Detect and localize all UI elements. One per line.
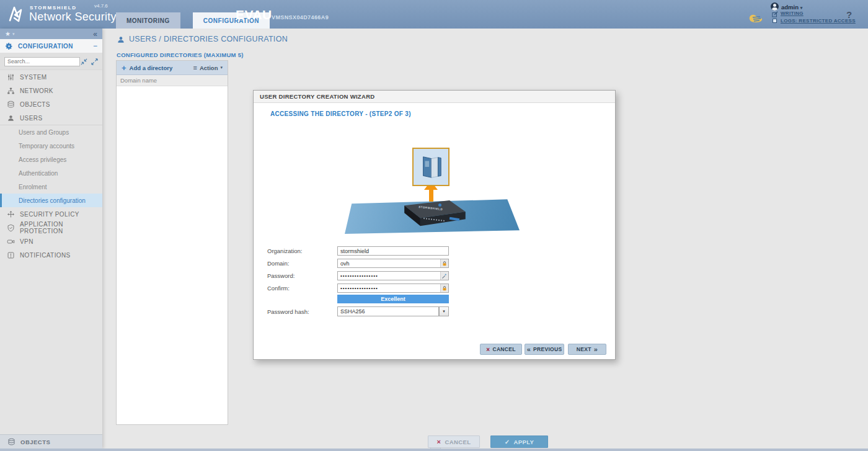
crossed-arrows-icon [6, 210, 15, 218]
sidebar-item-label: SYSTEM [20, 74, 47, 81]
firewall-appliance-illustration: STORMSHIELD [397, 200, 467, 228]
cancel-x-icon: × [437, 438, 441, 445]
firewall-name: EVAU [236, 7, 272, 22]
sidebar-configuration-label: CONFIGURATION [18, 43, 73, 50]
sidebar-item-users-and-groups[interactable]: Users and Groups [0, 125, 102, 139]
directories-panel: + Add a directory ≡ Action ▾ Domain name [116, 60, 228, 425]
global-cancel-button[interactable]: × CANCEL [428, 435, 480, 448]
sidebar-item-label: VPN [20, 238, 33, 245]
global-apply-label: APPLY [513, 439, 534, 445]
sidebar-subitem-label: Directories configuration [19, 197, 86, 204]
wizard-next-button[interactable]: NEXT » [568, 344, 606, 355]
favorites-caret-icon[interactable]: ▾ [12, 32, 15, 37]
support-hand-icon[interactable] [748, 11, 764, 24]
tab-monitoring[interactable]: MONITORING [116, 12, 180, 29]
user-directory-creation-wizard: USER DIRECTORY CREATION WIZARD ACCESSING… [253, 90, 616, 360]
sidebar-item-users[interactable]: USERS [0, 111, 102, 125]
wizard-cancel-button[interactable]: × CANCEL [480, 344, 522, 355]
sidebar-item-application-protection[interactable]: APPLICATION PROTECTION [0, 221, 102, 234]
brand-name: STORMSHIELD [30, 5, 77, 11]
sidebar: ★ ▾ « CONFIGURATION − SYSTEM N [0, 29, 102, 449]
search-input[interactable] [4, 57, 80, 66]
sidebar-item-label: NETWORK [20, 87, 53, 94]
sidebar-item-directories-configuration[interactable]: Directories configuration [0, 194, 102, 207]
sidebar-subitem-label: Users and Groups [19, 129, 69, 136]
password-hash-select[interactable] [337, 306, 439, 316]
favorites-star-icon[interactable]: ★ [5, 30, 11, 37]
sidebar-search-row [0, 53, 102, 70]
logs-checkbox[interactable] [773, 19, 777, 23]
brand-version: v4.7.6 [94, 3, 108, 9]
plus-icon: + [122, 63, 126, 73]
password-label: Password: [267, 272, 334, 279]
sidebar-subitem-label: Authentication [19, 170, 58, 177]
sidebar-subitem-label: Enrolment [19, 184, 47, 190]
password-input[interactable] [337, 271, 449, 280]
user-avatar[interactable] [771, 2, 779, 11]
password-hash-label: Password hash: [267, 308, 334, 315]
sidebar-item-enrolment[interactable]: Enrolment [0, 180, 102, 194]
sidebar-item-label: USERS [20, 115, 42, 122]
caret-down-icon: ▾ [220, 65, 223, 70]
sidebar-item-access-privileges[interactable]: Access privileges [0, 153, 102, 166]
sidebar-item-label: SECURITY POLICY [20, 211, 79, 218]
collapse-all-icon[interactable] [81, 58, 87, 65]
sidebar-item-label: NOTIFICATIONS [20, 252, 71, 259]
sidebar-configuration-header[interactable]: CONFIGURATION − [0, 39, 102, 53]
sidebar-item-network[interactable]: NETWORK [0, 84, 102, 97]
stormshield-logo-icon [6, 4, 26, 24]
top-bar: STORMSHIELD Network Security v4.7.6 MONI… [0, 0, 868, 29]
gear-icon [5, 42, 13, 50]
page-title: USERS / DIRECTORIES CONFIGURATION [129, 35, 288, 43]
lock-icon[interactable] [440, 259, 448, 267]
sidebar-bottom-objects[interactable]: OBJECTS [0, 434, 102, 449]
sidebar-item-label: OBJECTS [20, 101, 50, 108]
wizard-previous-button[interactable]: « PREVIOUS [525, 344, 564, 355]
confirm-label: Confirm: [267, 285, 334, 292]
user-menu[interactable]: admin ▾ [781, 4, 802, 11]
brand-product: Network Security [29, 11, 117, 24]
vpn-tunnel-icon [6, 237, 15, 246]
book-icon [418, 152, 444, 182]
domain-name-column-header: Domain name [117, 75, 228, 86]
password-hash-field-wrap: ▾ [337, 306, 449, 316]
database-icon [6, 100, 15, 109]
lock-icon[interactable] [440, 284, 448, 292]
wizard-title-bar[interactable]: USER DIRECTORY CREATION WIZARD [254, 91, 615, 103]
directories-list-empty [117, 86, 228, 424]
action-menu-button[interactable]: ≡ Action ▾ [193, 64, 223, 71]
sidebar-item-security-policy[interactable]: SECURITY POLICY [0, 207, 102, 221]
writing-pencil-icon [772, 11, 778, 17]
directory-book-illustration [412, 148, 450, 186]
sidebar-item-label: APPLICATION PROTECTION [20, 221, 96, 234]
organization-input[interactable] [337, 246, 449, 256]
up-arrow-shaft [429, 189, 433, 202]
configuration-collapse-icon[interactable]: − [93, 42, 97, 50]
global-apply-button[interactable]: ✓ APPLY [490, 435, 548, 448]
sidebar-item-objects[interactable]: OBJECTS [0, 97, 102, 111]
database-icon [7, 438, 16, 446]
confirm-password-input[interactable] [337, 284, 449, 293]
logs-restricted-access-link[interactable]: LOGS: RESTRICTED ACCESS [781, 18, 856, 24]
expand-all-icon[interactable] [91, 58, 98, 65]
wizard-title: USER DIRECTORY CREATION WIZARD [260, 93, 374, 100]
domain-label: Domain: [267, 260, 334, 267]
sidebar-item-vpn[interactable]: VPN [0, 234, 102, 248]
sidebar-item-notifications[interactable]: NOTIFICATIONS [0, 248, 102, 262]
user-caret-icon: ▾ [800, 6, 803, 10]
domain-input[interactable] [337, 259, 449, 268]
help-icon[interactable]: ? [846, 9, 852, 20]
domain-field-wrap [337, 259, 449, 268]
generate-password-wand-icon[interactable] [440, 272, 448, 280]
writing-mode-link[interactable]: WRITING [781, 11, 804, 16]
sidebar-subitem-label: Temporary accounts [19, 143, 74, 150]
sliders-icon [6, 73, 15, 81]
sidebar-item-temporary-accounts[interactable]: Temporary accounts [0, 139, 102, 153]
dropdown-caret-icon[interactable]: ▾ [439, 306, 449, 316]
sidebar-item-system[interactable]: SYSTEM [0, 70, 102, 84]
password-field-wrap [337, 271, 449, 280]
sidebar-collapse-icon[interactable]: « [93, 30, 97, 38]
sidebar-item-authentication[interactable]: Authentication [0, 166, 102, 180]
add-directory-button[interactable]: Add a directory [130, 65, 173, 71]
username: admin [781, 4, 799, 11]
